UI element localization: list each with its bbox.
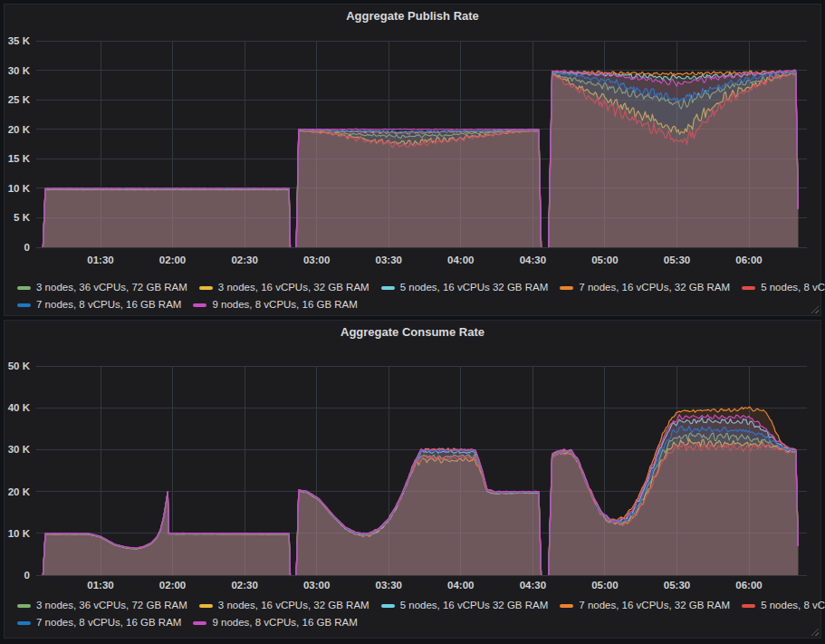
- y-axis-tick-label: 30 K: [8, 444, 31, 455]
- x-axis-tick-label: 03:30: [376, 255, 402, 265]
- legend-item-label: 3 nodes, 16 vCPUs, 32 GB RAM: [218, 597, 369, 614]
- x-axis-tick-label: 04:00: [447, 255, 474, 265]
- y-axis-tick-label: 0: [24, 570, 30, 581]
- legend-item-label: 5 nodes, 8 vCPUs, 16 GB RAM: [761, 597, 825, 614]
- panel-title[interactable]: Aggregate Consume Rate: [5, 321, 820, 344]
- x-axis-tick-label: 03:00: [303, 255, 330, 265]
- legend-item-label: 5 nodes, 16 vCPUs 32 GB RAM: [400, 597, 549, 614]
- x-axis-tick-label: 05:30: [664, 580, 690, 591]
- x-axis-tick-label: 04:30: [520, 580, 546, 591]
- legend-item[interactable]: 7 nodes, 8 vCPUs, 16 GB RAM: [17, 614, 181, 631]
- x-axis-tick-label: 05:00: [591, 255, 618, 265]
- legend-color-swatch-icon: [560, 604, 573, 608]
- y-axis-tick-label: 10 K: [8, 528, 31, 539]
- y-axis-tick-label: 40 K: [8, 402, 31, 413]
- y-axis-tick-label: 15 K: [8, 153, 31, 164]
- legend-color-swatch-icon: [742, 604, 755, 608]
- legend-color-swatch-icon: [199, 604, 213, 608]
- x-axis-tick-label: 04:30: [520, 255, 546, 265]
- legend-color-swatch-icon: [193, 621, 206, 625]
- legend-color-swatch-icon: [193, 303, 206, 307]
- y-axis-tick-label: 50 K: [8, 360, 31, 371]
- legend-item-label: 3 nodes, 36 vCPUs, 72 GB RAM: [36, 279, 187, 296]
- legend-item[interactable]: 3 nodes, 36 vCPUs, 72 GB RAM: [17, 279, 187, 296]
- y-axis-tick-label: 20 K: [8, 486, 31, 497]
- panel-aggregate-publish-rate: Aggregate Publish Rate 05 K10 K15 K20 K2…: [4, 4, 821, 316]
- legend-item-label: 9 nodes, 8 vCPUs, 16 GB RAM: [212, 296, 357, 313]
- panel-title[interactable]: Aggregate Publish Rate: [5, 5, 820, 28]
- x-axis-tick-label: 03:30: [376, 580, 402, 591]
- legend-color-swatch-icon: [381, 604, 395, 608]
- x-axis-tick-label: 06:00: [735, 580, 762, 591]
- legend-item[interactable]: 9 nodes, 8 vCPUs, 16 GB RAM: [193, 614, 357, 631]
- legend-color-swatch-icon: [742, 286, 755, 290]
- legend-color-swatch-icon: [17, 604, 31, 608]
- publish-rate-time-series-chart[interactable]: 05 K10 K15 K20 K25 K30 K35 K01:3002:0002…: [5, 28, 820, 278]
- panel-aggregate-consume-rate: Aggregate Consume Rate 010 K20 K30 K40 K…: [4, 320, 821, 639]
- consume-rate-time-series-chart[interactable]: 010 K20 K30 K40 K50 K01:3002:0002:3003:0…: [5, 344, 820, 596]
- legend-item-label: 7 nodes, 8 vCPUs, 16 GB RAM: [36, 614, 181, 631]
- legend: 3 nodes, 36 vCPUs, 72 GB RAM3 nodes, 16 …: [5, 596, 820, 631]
- legend-item-label: 7 nodes, 8 vCPUs, 16 GB RAM: [36, 296, 181, 313]
- legend-item[interactable]: 3 nodes, 36 vCPUs, 72 GB RAM: [17, 597, 187, 614]
- legend-item[interactable]: 5 nodes, 16 vCPUs 32 GB RAM: [381, 597, 549, 614]
- legend-color-swatch-icon: [17, 303, 31, 307]
- legend-item[interactable]: 5 nodes, 8 vCPUs, 16 GB RAM: [742, 597, 825, 614]
- x-axis-tick-label: 02:30: [231, 580, 257, 591]
- x-axis-tick-label: 02:00: [159, 580, 186, 591]
- legend-item[interactable]: 7 nodes, 8 vCPUs, 16 GB RAM: [17, 296, 181, 313]
- x-axis-tick-label: 05:00: [591, 580, 618, 591]
- x-axis-tick-label: 06:00: [735, 255, 762, 265]
- y-axis-tick-label: 30 K: [8, 65, 31, 76]
- x-axis-tick-label: 02:30: [231, 255, 257, 265]
- legend-item[interactable]: 9 nodes, 8 vCPUs, 16 GB RAM: [193, 296, 357, 313]
- x-axis-tick-label: 01:30: [87, 580, 113, 591]
- legend-item-label: 7 nodes, 16 vCPUs, 32 GB RAM: [579, 597, 730, 614]
- legend-item[interactable]: 5 nodes, 8 vCPUs, 16 GB RAM: [742, 279, 825, 296]
- x-axis-tick-label: 04:00: [447, 580, 474, 591]
- x-axis-tick-label: 03:00: [303, 580, 330, 591]
- legend-item[interactable]: 3 nodes, 16 vCPUs, 32 GB RAM: [199, 279, 369, 296]
- legend-row: 3 nodes, 36 vCPUs, 72 GB RAM3 nodes, 16 …: [17, 279, 820, 296]
- legend-row: 7 nodes, 8 vCPUs, 16 GB RAM9 nodes, 8 vC…: [17, 614, 820, 631]
- legend-item-label: 9 nodes, 8 vCPUs, 16 GB RAM: [212, 614, 357, 631]
- y-axis-tick-label: 0: [24, 242, 30, 253]
- legend-row: 7 nodes, 8 vCPUs, 16 GB RAM9 nodes, 8 vC…: [17, 296, 820, 313]
- legend-color-swatch-icon: [381, 286, 395, 290]
- legend-item-label: 7 nodes, 16 vCPUs, 32 GB RAM: [579, 279, 730, 296]
- legend-item[interactable]: 3 nodes, 16 vCPUs, 32 GB RAM: [199, 597, 369, 614]
- y-axis-tick-label: 5 K: [14, 212, 31, 223]
- legend-item[interactable]: 5 nodes, 16 vCPUs 32 GB RAM: [381, 279, 549, 296]
- legend-color-swatch-icon: [199, 286, 213, 290]
- legend-color-swatch-icon: [17, 621, 31, 625]
- y-axis-tick-label: 20 K: [8, 124, 31, 135]
- y-axis-tick-label: 35 K: [8, 35, 31, 46]
- legend-item-label: 5 nodes, 8 vCPUs, 16 GB RAM: [761, 279, 825, 296]
- x-axis-tick-label: 02:00: [159, 255, 186, 265]
- legend-item-label: 3 nodes, 36 vCPUs, 72 GB RAM: [36, 597, 187, 614]
- legend-color-swatch-icon: [17, 286, 31, 290]
- y-axis-tick-label: 10 K: [8, 183, 31, 194]
- legend-row: 3 nodes, 36 vCPUs, 72 GB RAM3 nodes, 16 …: [17, 597, 820, 614]
- legend: 3 nodes, 36 vCPUs, 72 GB RAM3 nodes, 16 …: [5, 278, 820, 313]
- y-axis-tick-label: 25 K: [8, 94, 31, 105]
- legend-item-label: 5 nodes, 16 vCPUs 32 GB RAM: [400, 279, 549, 296]
- x-axis-tick-label: 01:30: [87, 255, 113, 265]
- legend-item-label: 3 nodes, 16 vCPUs, 32 GB RAM: [218, 279, 369, 296]
- legend-item[interactable]: 7 nodes, 16 vCPUs, 32 GB RAM: [560, 279, 730, 296]
- legend-color-swatch-icon: [560, 286, 573, 290]
- x-axis-tick-label: 05:30: [664, 255, 690, 265]
- legend-item[interactable]: 7 nodes, 16 vCPUs, 32 GB RAM: [560, 597, 730, 614]
